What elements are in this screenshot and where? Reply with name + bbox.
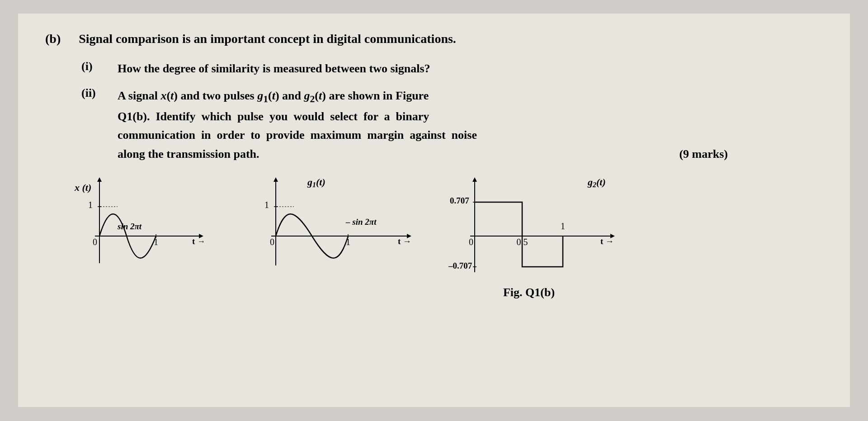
svg-marker-17 [472,177,477,182]
sub-ii-line2: Q1(b). Identify which pulse you would se… [118,110,429,123]
g2-neg-label: –0.707 [448,261,472,270]
page-content: (b) Signal comparison is an important co… [18,14,850,407]
sub-ii-line3: communication in order to provide maximu… [118,128,477,142]
sub-ii-text: A signal x(t) and two pulses g1(t) and g… [118,86,660,164]
g2-x1-label: 1 [561,221,565,231]
g2-lower-rect [522,236,563,267]
g1-y1-label: 1 [264,200,269,210]
svg-g1: g1(t) 1 0 1 – sin 2πt [240,177,411,277]
g2-pos-label: 0.707 [450,196,469,205]
x-x0-label: 0 [93,237,97,247]
g1-x0-label: 0 [270,237,274,247]
x-x1-label: 1 [154,237,158,247]
part-b-row: (b) Signal comparison is an important co… [45,32,823,46]
svg-g2: g2(t) 0.707 –0.707 0 0.5 [448,177,619,281]
sub-ii-line1: A signal x(t) and two pulses g1(t) and g… [118,89,429,102]
marks: (9 marks) [679,145,728,164]
fig-caption: Fig. Q1(b) [235,286,823,299]
x-sin-label: sin 2πt [117,222,142,231]
g2-upper-rect [475,202,522,236]
g2-x0-label: 0 [469,237,473,247]
fig-caption-text: Fig. Q1(b) [503,286,555,299]
figure-g1: g1(t) 1 0 1 – sin 2πt [240,177,411,277]
sub-ii-line4: along the transmission path. (9 marks) [118,145,728,164]
sub-ii-label: (ii) [81,86,118,100]
part-b-text: Signal comparison is an important concep… [79,32,456,46]
figures-row: x (t) 1 0 1 sin 2πt t → [72,177,823,281]
svg-marker-10 [274,177,278,182]
sub-ii-line4-text: along the transmission path. [118,145,259,164]
g2-label: g2(t) [587,177,606,189]
g2-t-arrow: t → [600,237,614,246]
svg-x: x (t) 1 0 1 sin 2πt t → [72,177,203,277]
x-label: x (t) [74,182,91,193]
figure-x: x (t) 1 0 1 sin 2πt t → [72,177,203,277]
g1-label: g1(t) [307,177,326,189]
x-y1-label: 1 [88,200,93,210]
sub-part-i: (i) How the degree of similarity is meas… [81,60,823,77]
svg-marker-3 [97,177,102,182]
x-t-arrow: t → [192,237,203,246]
sub-i-text: How the degree of similarity is measured… [118,60,430,77]
sub-part-ii: (ii) A signal x(t) and two pulses g1(t) … [81,86,823,164]
g1-t-arrow: t → [398,237,411,246]
figure-g2: g2(t) 0.707 –0.707 0 0.5 [448,177,619,281]
part-b-label: (b) [45,32,61,46]
g1-sin-label: – sin 2πt [345,217,377,227]
sub-i-label: (i) [81,60,118,73]
